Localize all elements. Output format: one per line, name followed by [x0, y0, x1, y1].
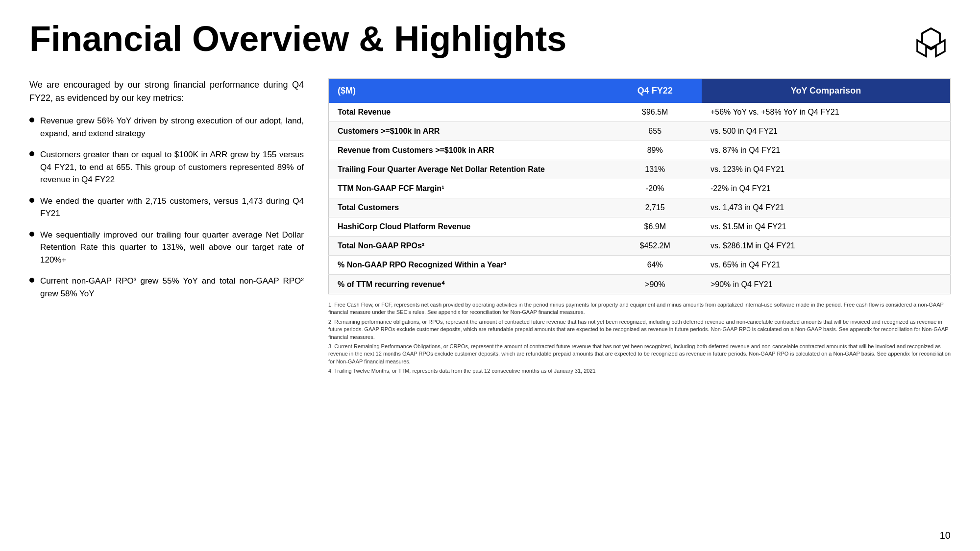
metric-label: % Non-GAAP RPO Recognized Within a Year³	[329, 256, 609, 275]
q4fy22-value: $96.5M	[609, 103, 702, 122]
list-item: Current non-GAAP RPO³ grew 55% YoY and t…	[29, 275, 304, 300]
bullet-dot	[29, 198, 34, 203]
metric-label: Total Revenue	[329, 103, 609, 122]
table-row: Total Revenue $96.5M +56% YoY vs. +58% Y…	[329, 103, 951, 122]
yoy-value: -22% in Q4 FY21	[702, 179, 951, 198]
footnote-2: 2. Remaining performance obligations, or…	[328, 318, 951, 341]
list-item: Revenue grew 56% YoY driven by strong ex…	[29, 115, 304, 140]
q4fy22-value: 131%	[609, 160, 702, 179]
page-container: Financial Overview & Highlights We are e…	[0, 0, 980, 551]
right-panel: ($M) Q4 FY22 YoY Comparison Total Revenu…	[328, 78, 951, 377]
bullet-text: Customers greater than or equal to $100K…	[40, 148, 304, 186]
metric-label: Revenue from Customers >=$100k in ARR	[329, 141, 609, 160]
col-header-yoy: YoY Comparison	[702, 79, 951, 103]
yoy-value: vs. 1,473 in Q4 FY21	[702, 198, 951, 217]
bullet-dot	[29, 118, 34, 122]
financial-table: ($M) Q4 FY22 YoY Comparison Total Revenu…	[328, 78, 951, 294]
q4fy22-value: $452.2M	[609, 237, 702, 256]
col-header-q4fy22: Q4 FY22	[609, 79, 702, 103]
hashicorp-logo-icon	[911, 24, 951, 64]
footnote-3: 3. Current Remaining Performance Obligat…	[328, 343, 951, 365]
table-row: Total Non-GAAP RPOs² $452.2M vs. $286.1M…	[329, 237, 951, 256]
metric-label: % of TTM recurring revenue⁴	[329, 275, 609, 294]
q4fy22-value: $6.9M	[609, 217, 702, 237]
footnotes-section: 1. Free Cash Flow, or FCF, represents ne…	[328, 301, 951, 375]
bullet-text: Revenue grew 56% YoY driven by strong ex…	[40, 115, 304, 140]
yoy-value: vs. 123% in Q4 FY21	[702, 160, 951, 179]
intro-text: We are encouraged by our strong financia…	[29, 78, 304, 105]
bullet-list: Revenue grew 56% YoY driven by strong ex…	[29, 115, 304, 300]
table-row: Revenue from Customers >=$100k in ARR 89…	[329, 141, 951, 160]
bullet-text: We ended the quarter with 2,715 customer…	[40, 195, 304, 220]
footnote-4: 4. Trailing Twelve Months, or TTM, repre…	[328, 367, 951, 375]
bullet-dot	[29, 232, 34, 237]
yoy-value: vs. $286.1M in Q4 FY21	[702, 237, 951, 256]
metric-label: HashiCorp Cloud Platform Revenue	[329, 217, 609, 237]
bullet-dot	[29, 151, 34, 156]
list-item: We sequentially improved our trailing fo…	[29, 229, 304, 266]
page-number: 10	[940, 530, 951, 541]
yoy-value: vs. 65% in Q4 FY21	[702, 256, 951, 275]
yoy-value: vs. 87% in Q4 FY21	[702, 141, 951, 160]
yoy-value: >90% in Q4 FY21	[702, 275, 951, 294]
yoy-value: vs. $1.5M in Q4 FY21	[702, 217, 951, 237]
table-row: HashiCorp Cloud Platform Revenue $6.9M v…	[329, 217, 951, 237]
metric-label: Customers >=$100k in ARR	[329, 122, 609, 141]
header-row: Financial Overview & Highlights	[29, 20, 951, 64]
q4fy22-value: 89%	[609, 141, 702, 160]
bullet-dot	[29, 278, 34, 283]
table-row: Customers >=$100k in ARR 655 vs. 500 in …	[329, 122, 951, 141]
yoy-value: +56% YoY vs. +58% YoY in Q4 FY21	[702, 103, 951, 122]
content-area: We are encouraged by our strong financia…	[29, 78, 951, 377]
table-row: Trailing Four Quarter Average Net Dollar…	[329, 160, 951, 179]
metric-label: Total Non-GAAP RPOs²	[329, 237, 609, 256]
list-item: Customers greater than or equal to $100K…	[29, 148, 304, 186]
page-title: Financial Overview & Highlights	[29, 20, 566, 58]
table-row: TTM Non-GAAP FCF Margin¹ -20% -22% in Q4…	[329, 179, 951, 198]
bullet-text: Current non-GAAP RPO³ grew 55% YoY and t…	[40, 275, 304, 300]
table-row: % of TTM recurring revenue⁴ >90% >90% in…	[329, 275, 951, 294]
q4fy22-value: 655	[609, 122, 702, 141]
q4fy22-value: >90%	[609, 275, 702, 294]
footnote-1: 1. Free Cash Flow, or FCF, represents ne…	[328, 301, 951, 316]
q4fy22-value: -20%	[609, 179, 702, 198]
metric-label: Total Customers	[329, 198, 609, 217]
table-row: % Non-GAAP RPO Recognized Within a Year³…	[329, 256, 951, 275]
q4fy22-value: 64%	[609, 256, 702, 275]
table-header-row: ($M) Q4 FY22 YoY Comparison	[329, 79, 951, 103]
metric-label: TTM Non-GAAP FCF Margin¹	[329, 179, 609, 198]
metric-label: Trailing Four Quarter Average Net Dollar…	[329, 160, 609, 179]
col-header-metric: ($M)	[329, 79, 609, 103]
left-panel: We are encouraged by our strong financia…	[29, 78, 304, 377]
yoy-value: vs. 500 in Q4 FY21	[702, 122, 951, 141]
bullet-text: We sequentially improved our trailing fo…	[40, 229, 304, 266]
q4fy22-value: 2,715	[609, 198, 702, 217]
table-row: Total Customers 2,715 vs. 1,473 in Q4 FY…	[329, 198, 951, 217]
list-item: We ended the quarter with 2,715 customer…	[29, 195, 304, 220]
